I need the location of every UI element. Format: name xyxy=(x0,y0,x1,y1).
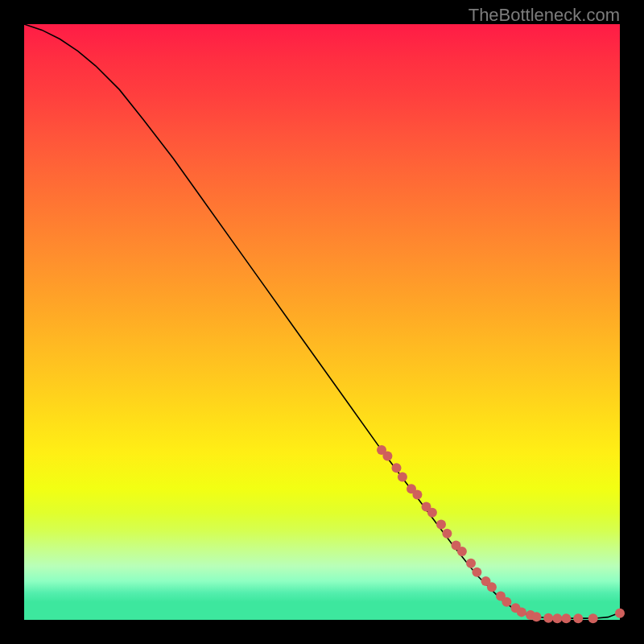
data-dot xyxy=(466,559,476,568)
data-dot xyxy=(502,597,511,607)
data-dot xyxy=(472,568,481,577)
data-dot xyxy=(573,613,583,623)
data-dot xyxy=(487,582,497,592)
data-dot xyxy=(543,613,553,623)
data-dot xyxy=(588,613,598,623)
data-dot xyxy=(398,472,407,481)
data-dot xyxy=(615,609,625,618)
data-dot xyxy=(382,452,392,461)
plot-area xyxy=(24,24,620,620)
data-dot xyxy=(412,490,422,500)
data-dot xyxy=(442,529,452,539)
data-dot xyxy=(436,520,446,530)
data-dot xyxy=(552,613,562,623)
highlight-dots-group xyxy=(377,445,625,623)
data-dot xyxy=(427,508,437,518)
data-dot xyxy=(517,607,526,617)
main-curve xyxy=(24,24,620,618)
chart-frame: TheBottleneck.com xyxy=(0,0,644,644)
curve-layer xyxy=(24,24,620,620)
data-dot xyxy=(531,612,541,621)
attribution-label: TheBottleneck.com xyxy=(469,5,620,26)
data-dot xyxy=(561,613,571,623)
data-dot xyxy=(392,463,402,473)
data-dot xyxy=(457,547,467,556)
